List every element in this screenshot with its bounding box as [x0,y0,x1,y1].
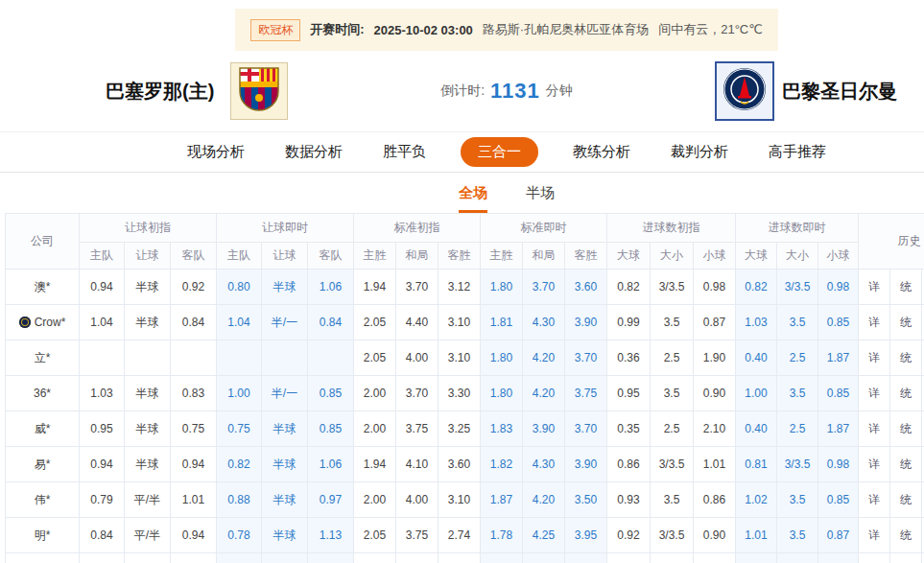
odds-cell: 0.85 [818,376,859,411]
odds-cell: 1.00 [217,376,262,411]
crown-bookmaker-icon [19,317,31,328]
stats-link[interactable]: 统 [890,518,922,553]
col-进球数即时-大小: 大小 [777,243,818,270]
odds-cell: 1.04 [217,305,262,340]
odds-cell: 半球 [125,553,171,563]
company-cell[interactable]: Interwet* [6,553,80,563]
odds-cell: 半球 [262,447,308,482]
stats-link[interactable]: 统 [890,270,922,305]
col-进球数初指-大小: 大小 [651,243,694,270]
odds-cell: 0.85 [818,305,859,340]
odds-cell: 1.15 [80,553,125,563]
company-name: Crow* [35,316,66,329]
league-badge[interactable]: 欧冠杯 [250,19,300,41]
odds-cell: 1.82 [481,447,523,482]
stats-link[interactable]: 统 [890,411,922,447]
period-tabs: 全场半场 [0,173,924,213]
col-进球数即时-小球: 小球 [818,243,859,270]
stats-link[interactable]: 统 [890,553,922,563]
detail-link[interactable]: 详 [859,411,890,447]
nav-tab-高手推荐[interactable]: 高手推荐 [763,137,832,167]
detail-link[interactable]: 详 [859,518,890,553]
odds-cell: 4.20 [523,482,565,518]
col-让球即时-主队: 主队 [217,243,262,270]
countdown: 倒计时: 1131 分钟 [440,79,573,104]
odds-cell: 半球 [125,447,171,482]
odds-cell: 0.78 [217,518,262,553]
odds-cell: 2.5 [651,340,694,376]
odds-cell: 2.00 [354,376,396,411]
countdown-value: 1131 [490,79,540,104]
odds-cell: 0.95 [607,553,651,563]
stats-link[interactable]: 统 [890,340,922,376]
odds-cell: 4.10 [396,447,438,482]
col-让球即时-客队: 客队 [308,243,354,270]
col-让球初指-客队: 客队 [171,243,217,270]
odds-row-Crow*: Crow*1.04半球0.841.04半/一0.842.054.403.101.… [6,305,924,340]
detail-link[interactable]: 详 [859,340,890,376]
col-让球初指-让球: 让球 [125,243,171,270]
company-cell[interactable]: 易* [6,447,80,482]
stats-link[interactable]: 统 [890,447,922,482]
company-cell[interactable]: Crow* [6,305,80,340]
odds-cell: 0.95 [736,553,777,563]
odds-cell [262,340,308,376]
detail-link[interactable]: 详 [859,376,890,411]
odds-cell: 0.94 [80,270,125,305]
nav-tab-数据分析[interactable]: 数据分析 [279,137,348,167]
odds-cell: 半/一 [262,376,308,411]
odds-cell: 半球 [125,376,171,411]
odds-cell: 3.70 [565,340,607,376]
odds-cell: 0.92 [607,518,651,553]
odds-cell: 0.93 [607,482,651,518]
nav-tab-裁判分析[interactable]: 裁判分析 [665,137,734,167]
odds-cell: 0.79 [80,482,125,518]
company-cell[interactable]: 威* [6,411,80,447]
col-group-标准即时: 标准即时 [481,214,607,243]
company-cell[interactable]: 36* [6,376,80,411]
col-group-标准初指: 标准初指 [354,214,481,243]
stats-link[interactable]: 统 [890,376,922,411]
odds-cell [308,340,354,376]
period-tab-全场[interactable]: 全场 [459,184,487,213]
company-cell[interactable]: 澳* [6,270,80,305]
company-cell[interactable]: 立* [6,340,80,376]
odds-cell: 0.80 [818,553,859,563]
detail-link[interactable]: 详 [859,270,890,305]
odds-table: 公司让球初指让球即时标准初指标准即时进球数初指进球数即时历史主队让球客队主队让球… [5,213,924,563]
col-让球初指-主队: 主队 [80,243,125,270]
odds-cell: 1.87 [481,482,523,518]
odds-cell: 0.85 [308,376,354,411]
odds-cell [217,340,262,376]
odds-row-立*: 立*2.054.003.101.804.203.700.362.51.900.4… [6,340,924,376]
company-cell[interactable]: 明* [6,518,80,553]
odds-row-澳*: 澳*0.94半球0.920.80半球1.061.943.703.121.803.… [6,270,924,305]
main-nav: 现场分析数据分析胜平负三合一教练分析裁判分析高手推荐 [0,131,924,173]
odds-cell: 3.10 [438,482,481,518]
detail-link[interactable]: 详 [859,305,890,340]
company-cell[interactable]: 伟* [6,482,80,518]
nav-tab-胜平负[interactable]: 胜平负 [377,137,432,167]
col-company: 公司 [6,214,80,270]
odds-cell: 0.98 [694,270,736,305]
stats-link[interactable]: 统 [890,482,922,518]
odds-cell: 1.80 [481,340,523,376]
col-进球数初指-小球: 小球 [694,243,736,270]
odds-cell: 3.70 [565,411,607,447]
stats-link[interactable]: 统 [890,305,922,340]
period-tab-半场[interactable]: 半场 [526,184,555,213]
home-team-crest [230,62,288,120]
odds-cell: 0.97 [308,482,354,518]
nav-tab-教练分析[interactable]: 教练分析 [567,137,636,167]
odds-cell: 0.92 [171,270,217,305]
detail-link[interactable]: 详 [859,553,890,563]
nav-tab-现场分析[interactable]: 现场分析 [181,137,250,167]
detail-link[interactable]: 详 [859,482,890,518]
odds-cell: 3.25 [438,553,481,563]
odds-cell: 4.25 [523,518,565,553]
odds-cell: 3.75 [396,411,438,447]
nav-tab-三合一[interactable]: 三合一 [461,137,538,167]
odds-cell: 3/3.5 [651,518,694,553]
detail-link[interactable]: 详 [859,447,890,482]
odds-row-易*: 易*0.94半球0.940.82半球1.061.944.103.601.824.… [6,447,924,482]
